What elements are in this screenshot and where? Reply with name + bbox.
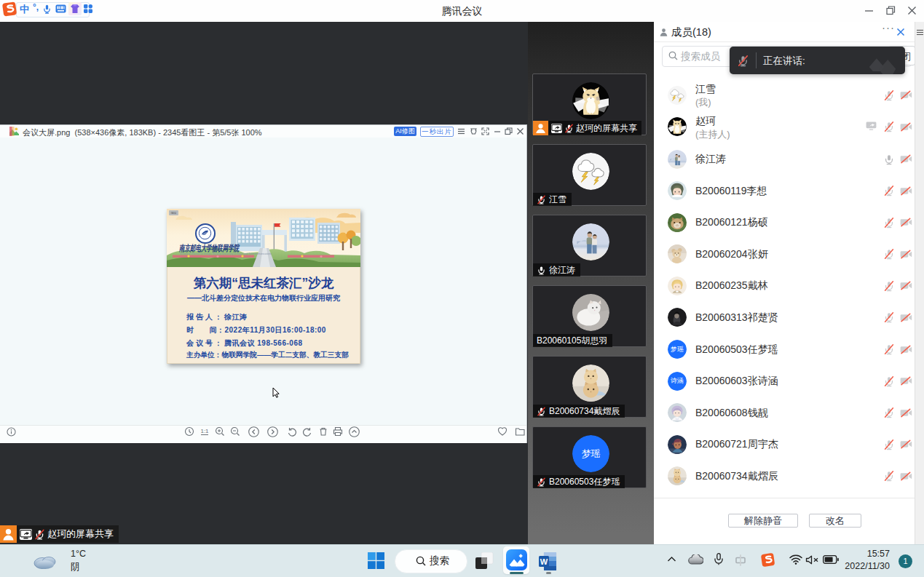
- svg-text:W: W: [540, 557, 548, 566]
- svg-text:1:1: 1:1: [200, 428, 209, 434]
